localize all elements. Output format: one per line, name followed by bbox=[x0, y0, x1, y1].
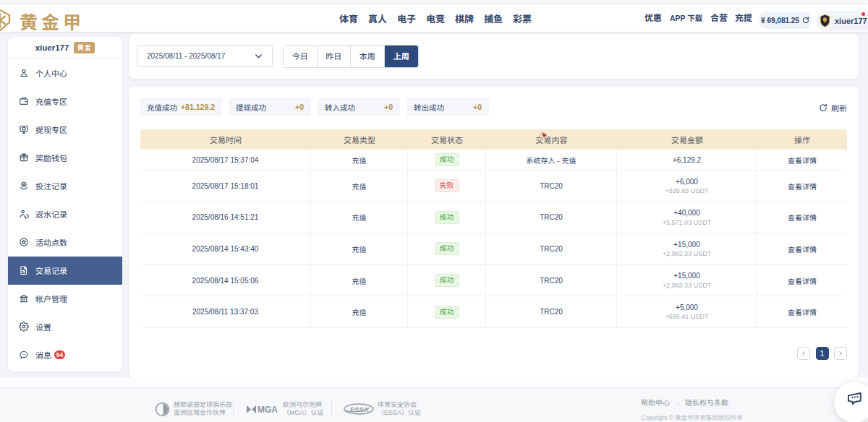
svg-text:ESSA: ESSA bbox=[350, 405, 369, 413]
svg-text:MGA: MGA bbox=[258, 405, 278, 415]
